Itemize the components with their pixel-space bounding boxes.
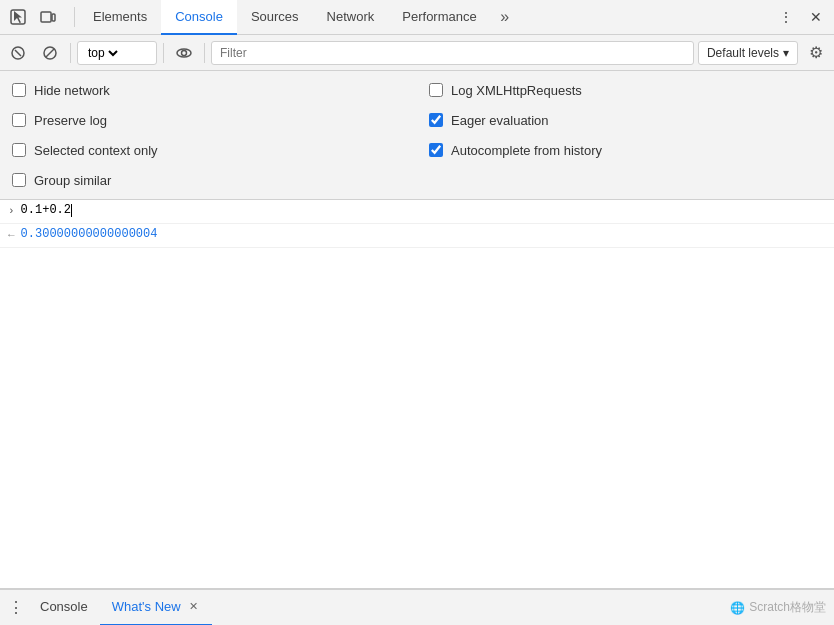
svg-line-6 (46, 49, 54, 57)
bottom-tab-whats-new[interactable]: What's New ✕ (100, 590, 212, 626)
toolbar-sep-2 (163, 43, 164, 63)
autocomplete-label[interactable]: Autocomplete from history (429, 143, 602, 158)
toolbar-sep-3 (204, 43, 205, 63)
svg-rect-1 (41, 12, 51, 22)
console-toolbar: top Default levels ▾ ⚙ (0, 35, 834, 71)
inspect-icon[interactable] (4, 3, 32, 31)
settings-gear-icon[interactable]: ⚙ (802, 39, 830, 67)
console-output[interactable]: › 0.1+0.2 ← 0.30000000000000004 (0, 200, 834, 589)
eager-eval-row: Eager evaluation (417, 105, 834, 135)
bottom-bar: ⋮ Console What's New ✕ 🌐 Scratch格物堂 (0, 589, 834, 625)
console-chevron-left: ← (8, 229, 15, 241)
selected-context-checkbox[interactable] (12, 143, 26, 157)
log-xmlhttp-row: Log XMLHttpRequests (417, 75, 834, 105)
filter-input[interactable] (211, 41, 694, 65)
clear-console-icon[interactable] (4, 39, 32, 67)
eye-icon[interactable] (170, 39, 198, 67)
top-tab-bar: Elements Console Sources Network Perform… (0, 0, 834, 35)
autocomplete-checkbox[interactable] (429, 143, 443, 157)
preserve-log-checkbox[interactable] (12, 113, 26, 127)
block-icon[interactable] (36, 39, 64, 67)
bottom-more-icon[interactable]: ⋮ (4, 594, 28, 622)
log-xmlhttp-label[interactable]: Log XMLHttpRequests (429, 83, 582, 98)
settings-right-col: Log XMLHttpRequests Eager evaluation Aut… (417, 75, 834, 195)
group-similar-row: Group similar (0, 165, 417, 195)
hide-network-row: Hide network (0, 75, 417, 105)
tab-bar-separator (74, 7, 75, 27)
group-similar-label[interactable]: Group similar (12, 173, 111, 188)
hide-network-label[interactable]: Hide network (12, 83, 110, 98)
more-options-icon[interactable]: ⋮ (772, 3, 800, 31)
tab-network[interactable]: Network (313, 0, 389, 35)
svg-rect-2 (52, 14, 55, 21)
eager-eval-label[interactable]: Eager evaluation (429, 113, 549, 128)
context-select-input[interactable]: top (84, 45, 121, 61)
tab-performance[interactable]: Performance (388, 0, 490, 35)
toolbar-sep-1 (70, 43, 71, 63)
log-levels-button[interactable]: Default levels ▾ (698, 41, 798, 65)
close-whats-new-icon[interactable]: ✕ (187, 599, 200, 614)
bottom-tab-console[interactable]: Console (28, 590, 100, 626)
settings-left-col: Hide network Preserve log Selected conte… (0, 75, 417, 195)
more-tabs-icon[interactable]: » (491, 3, 519, 31)
autocomplete-row: Autocomplete from history (417, 135, 834, 165)
tab-console[interactable]: Console (161, 0, 237, 35)
svg-line-4 (15, 50, 21, 56)
tab-end-icons: ⋮ ✕ (772, 3, 830, 31)
preserve-log-row: Preserve log (0, 105, 417, 135)
tab-elements[interactable]: Elements (79, 0, 161, 35)
console-entry-input: › 0.1+0.2 (0, 200, 834, 224)
watermark: 🌐 Scratch格物堂 (730, 599, 826, 616)
text-cursor (71, 204, 72, 217)
close-devtools-icon[interactable]: ✕ (802, 3, 830, 31)
console-entry-output: ← 0.30000000000000004 (0, 224, 834, 248)
hide-network-checkbox[interactable] (12, 83, 26, 97)
settings-columns: Hide network Preserve log Selected conte… (0, 75, 834, 195)
devtools-icon-group (4, 3, 62, 31)
selected-context-label[interactable]: Selected context only (12, 143, 158, 158)
log-xmlhttp-checkbox[interactable] (429, 83, 443, 97)
context-selector[interactable]: top (77, 41, 157, 65)
tab-sources[interactable]: Sources (237, 0, 313, 35)
group-similar-checkbox[interactable] (12, 173, 26, 187)
console-input-text: 0.1+0.2 (21, 203, 826, 217)
watermark-icon: 🌐 (730, 601, 745, 615)
device-toggle-icon[interactable] (34, 3, 62, 31)
console-chevron-right[interactable]: › (8, 205, 15, 217)
settings-panel: Hide network Preserve log Selected conte… (0, 71, 834, 200)
console-output-value: 0.30000000000000004 (21, 227, 826, 241)
selected-context-row: Selected context only (0, 135, 417, 165)
eager-eval-checkbox[interactable] (429, 113, 443, 127)
svg-point-8 (182, 50, 187, 55)
preserve-log-label[interactable]: Preserve log (12, 113, 107, 128)
